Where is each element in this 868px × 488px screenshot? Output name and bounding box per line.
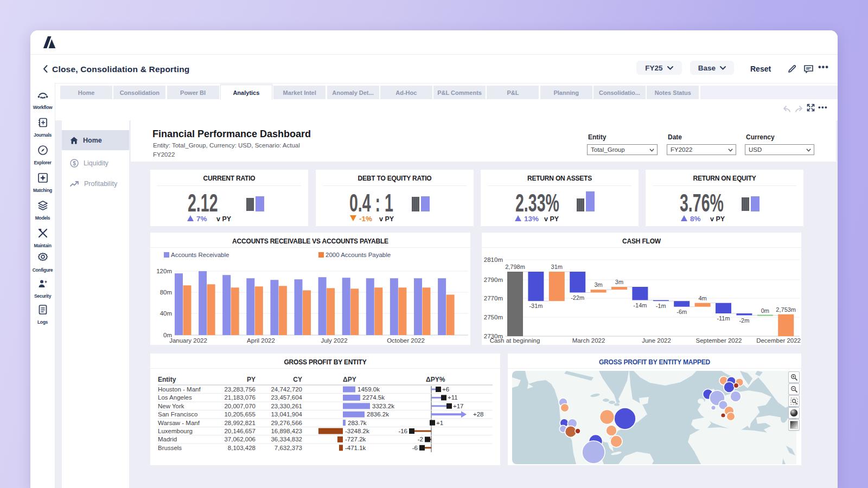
- svg-text:2,798m: 2,798m: [505, 264, 525, 270]
- svg-text:Luxembourg: Luxembourg: [158, 428, 193, 434]
- svg-text:October 2022: October 2022: [387, 337, 425, 344]
- svg-text:+17: +17: [453, 403, 464, 409]
- svg-text:4m: 4m: [698, 295, 706, 301]
- svg-text:31m: 31m: [551, 264, 563, 270]
- svg-text:+28: +28: [473, 411, 484, 418]
- svg-text:July 2022: July 2022: [321, 337, 347, 344]
- svg-text:283.7k: 283.7k: [348, 420, 367, 426]
- svg-text:March 2022: March 2022: [572, 337, 605, 344]
- svg-text:-1m: -1m: [656, 303, 666, 309]
- svg-text:120m: 120m: [156, 268, 172, 274]
- svg-text:-16: -16: [398, 428, 407, 434]
- svg-text:San Francisco: San Francisco: [158, 411, 198, 418]
- svg-text:3m: 3m: [615, 279, 623, 285]
- svg-text:2750m: 2750m: [484, 314, 503, 320]
- svg-text:2790m: 2790m: [484, 277, 503, 283]
- svg-text:April 2022: April 2022: [247, 337, 275, 344]
- svg-text:2770m: 2770m: [484, 295, 503, 301]
- svg-text:7,632,373: 7,632,373: [275, 445, 302, 451]
- svg-text:3323.2k: 3323.2k: [372, 403, 394, 409]
- svg-text:2,753m: 2,753m: [776, 306, 796, 313]
- svg-text:Brussels: Brussels: [158, 445, 182, 451]
- svg-text:37,062,006: 37,062,006: [224, 436, 256, 442]
- svg-text:September 2022: September 2022: [695, 337, 742, 344]
- svg-text:-3248.2k: -3248.2k: [345, 428, 369, 434]
- svg-text:13,041,904: 13,041,904: [271, 411, 302, 418]
- svg-text:$: $: [73, 160, 76, 166]
- svg-text:23,283,756: 23,283,756: [224, 386, 256, 393]
- svg-text:+6: +6: [442, 386, 449, 393]
- svg-text:June 2022: June 2022: [642, 337, 671, 344]
- svg-text:20,146,657: 20,146,657: [224, 428, 256, 434]
- svg-text:-2m: -2m: [739, 317, 749, 324]
- svg-text:2274.5k: 2274.5k: [362, 394, 385, 401]
- svg-text:16,898,423: 16,898,423: [271, 428, 302, 434]
- svg-text:ΔPY: ΔPY: [343, 376, 356, 383]
- svg-text:PY: PY: [247, 376, 256, 383]
- svg-text:28,992,821: 28,992,821: [224, 420, 256, 426]
- svg-text:2836.2k: 2836.2k: [367, 411, 389, 418]
- svg-text:24,742,720: 24,742,720: [271, 386, 302, 393]
- svg-text:January 2022: January 2022: [169, 337, 207, 344]
- svg-text:Houston - Manf: Houston - Manf: [158, 386, 201, 393]
- svg-text:-11m: -11m: [717, 315, 730, 322]
- svg-text:-6m: -6m: [676, 309, 687, 315]
- svg-text:20,007,070: 20,007,070: [224, 403, 256, 409]
- svg-text:1459.0k: 1459.0k: [358, 386, 380, 393]
- svg-text:0m: 0m: [761, 307, 769, 314]
- svg-text:36,334,832: 36,334,832: [271, 436, 302, 442]
- svg-text:Madrid: Madrid: [158, 436, 177, 442]
- svg-text:Accounts Receivable: Accounts Receivable: [171, 252, 229, 258]
- svg-text:80m: 80m: [160, 289, 172, 296]
- svg-text:2810m: 2810m: [484, 256, 503, 263]
- svg-text:Warsaw - Manf: Warsaw - Manf: [158, 420, 200, 426]
- svg-text:New York: New York: [158, 403, 184, 409]
- svg-text:29,276,566: 29,276,566: [271, 420, 302, 426]
- svg-text:-6: -6: [412, 445, 418, 451]
- svg-text:2000 Accounts Payable: 2000 Accounts Payable: [326, 252, 391, 258]
- svg-text:23,330,261: 23,330,261: [271, 403, 302, 409]
- svg-text:+1: +1: [436, 420, 443, 426]
- svg-text:40m: 40m: [160, 310, 172, 317]
- svg-text:8,103,428: 8,103,428: [228, 445, 256, 451]
- svg-text:10,205,655: 10,205,655: [224, 411, 256, 418]
- svg-text:-31m: -31m: [529, 303, 542, 309]
- svg-text:December 2022: December 2022: [756, 337, 801, 344]
- svg-text:Los Angeles: Los Angeles: [158, 394, 192, 401]
- svg-text:-471.1k: -471.1k: [345, 445, 366, 451]
- svg-text:CY: CY: [293, 376, 302, 383]
- svg-text:21,183,076: 21,183,076: [224, 394, 256, 401]
- svg-text:3m: 3m: [594, 281, 602, 288]
- svg-text:+11: +11: [448, 394, 458, 401]
- svg-text:ΔPY%: ΔPY%: [426, 376, 445, 383]
- svg-text:Cash at beginning: Cash at beginning: [490, 337, 540, 344]
- svg-text:-14m: -14m: [633, 302, 647, 309]
- svg-text:-22m: -22m: [571, 294, 584, 301]
- svg-text:23,457,604: 23,457,604: [271, 394, 302, 401]
- svg-text:-727.2k: -727.2k: [345, 436, 366, 442]
- svg-text:-2: -2: [418, 436, 423, 442]
- svg-text:Entity: Entity: [158, 376, 176, 383]
